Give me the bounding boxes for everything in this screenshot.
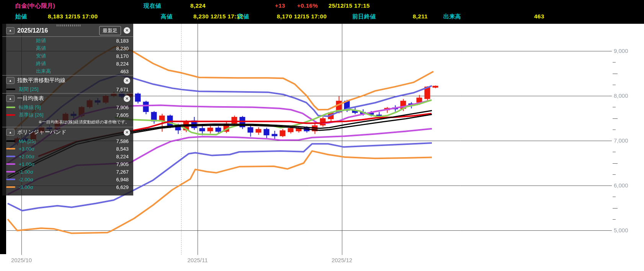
ema-section-header: ▲ 指数平滑移動平均線 ✕ <box>2 75 133 85</box>
line-swatch <box>6 140 15 142</box>
volume-label: 出来高 <box>443 13 461 20</box>
panel-drag-handle[interactable] <box>57 25 80 26</box>
low-label: 安値 <box>237 13 249 20</box>
open-value: 8,183 12/15 17:00 <box>48 13 98 20</box>
line-swatch <box>6 186 15 188</box>
bollinger-section-header: ▲ ボリンジャーバンド ✕ <box>2 127 133 137</box>
ichimoku-copyright-note: ※一目均衡表は(株)経済変動総研の著作物です。 <box>2 119 133 127</box>
quote-datetime: 25/12/15 17:15 <box>329 2 370 9</box>
chart-area: 9,0008,0007,0006,0005,0002025/102025/112… <box>0 24 644 271</box>
y-axis-label: 6,000 <box>614 182 628 189</box>
close-icon[interactable]: ✕ <box>124 95 130 102</box>
y-axis-label: 5,000 <box>614 227 628 233</box>
ichimoku-section-header: ▲ 一目均衡表 ✕ <box>2 93 133 103</box>
prev-close-value: 8,211 <box>413 13 428 20</box>
list-item: MA [25] 7,586 <box>2 137 133 145</box>
line-swatch <box>6 163 15 165</box>
list-item: +1.00σ 7,905 <box>2 160 133 168</box>
list-item: +2.00σ 8,224 <box>2 153 133 160</box>
list-item: 基準線 [26] 7,605 <box>2 111 133 119</box>
indicator-panel[interactable]: ▲ 2025/12/16 最新足 ✕ 始値 8,183 高値 8,230 安値 … <box>2 24 133 195</box>
collapse-icon[interactable]: ▲ <box>6 95 15 102</box>
y-axis-label: 8,000 <box>614 92 628 99</box>
collapse-icon[interactable]: ▲ <box>6 27 15 34</box>
line-swatch <box>6 114 15 116</box>
open-label: 始値 <box>15 13 27 20</box>
x-axis-label: 2025/10 <box>11 257 32 263</box>
prev-close-label: 前日終値 <box>352 13 376 20</box>
volume-value: 463 <box>534 13 544 20</box>
list-item: 終値 8,224 <box>2 60 133 67</box>
list-item: 始値 8,183 <box>2 37 133 44</box>
quote-header-bar: 白金(中心限月) 現在値 8,224 +13 +0.16% 25/12/15 1… <box>0 0 644 24</box>
line-swatch <box>6 179 15 180</box>
price-change-percent: +0.16% <box>297 2 318 9</box>
instrument-title: 白金(中心限月) <box>15 2 55 10</box>
list-item: 転換線 [9] 7,906 <box>2 103 133 111</box>
list-item: -2.00σ 6,948 <box>2 176 133 183</box>
close-icon[interactable]: ✕ <box>124 77 130 84</box>
line-swatch <box>6 89 15 90</box>
close-icon[interactable]: ✕ <box>124 129 130 136</box>
list-item: 安値 8,170 <box>2 52 133 60</box>
y-axis-label: 7,000 <box>614 137 628 144</box>
panel-date: 2025/12/16 <box>17 27 48 34</box>
low-value: 8,170 12/15 17:00 <box>277 13 327 20</box>
line-swatch <box>6 156 15 157</box>
line-swatch <box>6 107 15 108</box>
collapse-icon[interactable]: ▲ <box>6 77 15 84</box>
close-icon[interactable]: ✕ <box>124 27 130 34</box>
x-axis-label: 2025/11 <box>187 257 208 263</box>
latest-bar-button[interactable]: 最新足 <box>99 26 121 35</box>
collapse-icon[interactable]: ▲ <box>6 129 15 136</box>
x-axis-label: 2025/12 <box>332 257 352 263</box>
list-item: -3.00σ 6,629 <box>2 183 133 191</box>
list-item: 出来高 463 <box>2 67 133 75</box>
y-axis-label: 9,000 <box>614 48 628 54</box>
list-item: -1.00σ 7,267 <box>2 168 133 176</box>
list-item: 高値 8,230 <box>2 44 133 52</box>
list-item: 期間 [25] 7,671 <box>2 85 133 93</box>
high-value: 8,230 12/15 17:12 <box>193 13 243 20</box>
high-label: 高値 <box>161 13 173 20</box>
current-price-value: 8,224 <box>190 2 206 9</box>
line-swatch <box>6 171 15 172</box>
price-change: +13 <box>275 2 285 9</box>
current-price-label: 現在値 <box>144 2 162 10</box>
line-swatch <box>6 148 15 149</box>
list-item: +3.00σ 8,543 <box>2 145 133 153</box>
